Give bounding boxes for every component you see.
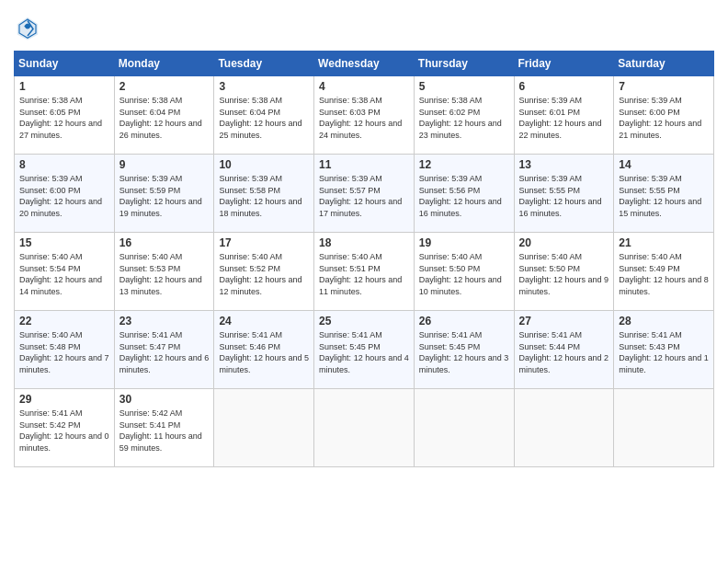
calendar-cell: [614, 389, 714, 467]
day-number: 12: [419, 158, 509, 171]
day-number: 5: [419, 80, 509, 93]
calendar-cell: 8 Sunrise: 5:39 AMSunset: 6:00 PMDayligh…: [15, 155, 115, 233]
day-number: 6: [519, 80, 609, 93]
calendar-cell: 23 Sunrise: 5:41 AMSunset: 5:47 PMDaylig…: [114, 311, 214, 389]
calendar-cell: 24 Sunrise: 5:41 AMSunset: 5:46 PMDaylig…: [214, 311, 314, 389]
calendar-cell: 26 Sunrise: 5:41 AMSunset: 5:45 PMDaylig…: [414, 311, 514, 389]
day-number: 27: [519, 315, 609, 327]
cell-info: Sunrise: 5:42 AMSunset: 5:41 PMDaylight:…: [119, 408, 202, 453]
day-number: 13: [519, 158, 609, 171]
calendar-table: SundayMondayTuesdayWednesdayThursdayFrid…: [14, 51, 714, 467]
logo: [14, 14, 47, 41]
calendar-week-row: 22 Sunrise: 5:40 AMSunset: 5:48 PMDaylig…: [15, 311, 714, 389]
day-number: 20: [519, 236, 609, 249]
cell-info: Sunrise: 5:39 AMSunset: 5:56 PMDaylight:…: [419, 174, 502, 218]
cell-info: Sunrise: 5:41 AMSunset: 5:45 PMDaylight:…: [319, 330, 409, 374]
calendar-cell: 20 Sunrise: 5:40 AMSunset: 5:50 PMDaylig…: [514, 233, 614, 311]
day-number: 15: [19, 236, 109, 249]
cell-info: Sunrise: 5:38 AMSunset: 6:05 PMDaylight:…: [19, 96, 102, 140]
day-number: 3: [219, 80, 309, 93]
calendar-cell: 14 Sunrise: 5:39 AMSunset: 5:55 PMDaylig…: [614, 155, 714, 233]
cell-info: Sunrise: 5:40 AMSunset: 5:50 PMDaylight:…: [419, 252, 502, 296]
header-cell-thursday: Thursday: [414, 52, 514, 76]
day-number: 1: [19, 80, 109, 93]
calendar-cell: 25 Sunrise: 5:41 AMSunset: 5:45 PMDaylig…: [314, 311, 415, 389]
calendar-cell: 5 Sunrise: 5:38 AMSunset: 6:02 PMDayligh…: [414, 76, 514, 155]
cell-info: Sunrise: 5:40 AMSunset: 5:51 PMDaylight:…: [319, 252, 402, 296]
calendar-cell: [414, 389, 514, 467]
cell-info: Sunrise: 5:38 AMSunset: 6:03 PMDaylight:…: [319, 96, 402, 140]
day-number: 14: [619, 158, 709, 171]
day-number: 19: [419, 236, 509, 249]
header-row: SundayMondayTuesdayWednesdayThursdayFrid…: [15, 52, 714, 76]
day-number: 26: [419, 315, 509, 327]
cell-info: Sunrise: 5:40 AMSunset: 5:50 PMDaylight:…: [519, 252, 609, 296]
calendar-cell: 16 Sunrise: 5:40 AMSunset: 5:53 PMDaylig…: [114, 233, 214, 311]
cell-info: Sunrise: 5:38 AMSunset: 6:04 PMDaylight:…: [219, 96, 301, 140]
cell-info: Sunrise: 5:40 AMSunset: 5:53 PMDaylight:…: [119, 252, 202, 296]
calendar-cell: 12 Sunrise: 5:39 AMSunset: 5:56 PMDaylig…: [414, 155, 514, 233]
cell-info: Sunrise: 5:39 AMSunset: 5:57 PMDaylight:…: [319, 174, 402, 218]
day-number: 25: [319, 315, 409, 327]
calendar-cell: [514, 389, 614, 467]
cell-info: Sunrise: 5:39 AMSunset: 6:00 PMDaylight:…: [19, 174, 102, 218]
cell-info: Sunrise: 5:39 AMSunset: 5:55 PMDaylight:…: [519, 174, 602, 218]
day-number: 29: [19, 393, 109, 406]
header-cell-tuesday: Tuesday: [214, 52, 314, 76]
logo-icon: [14, 14, 41, 41]
calendar-cell: 3 Sunrise: 5:38 AMSunset: 6:04 PMDayligh…: [214, 76, 314, 155]
day-number: 4: [319, 80, 409, 93]
day-number: 11: [319, 158, 409, 171]
calendar-week-row: 1 Sunrise: 5:38 AMSunset: 6:05 PMDayligh…: [15, 76, 714, 155]
calendar-cell: 29 Sunrise: 5:41 AMSunset: 5:42 PMDaylig…: [15, 389, 115, 467]
calendar-body: 1 Sunrise: 5:38 AMSunset: 6:05 PMDayligh…: [15, 76, 714, 467]
cell-info: Sunrise: 5:39 AMSunset: 5:58 PMDaylight:…: [219, 174, 301, 218]
header-cell-sunday: Sunday: [15, 52, 115, 76]
cell-info: Sunrise: 5:41 AMSunset: 5:46 PMDaylight:…: [219, 330, 309, 374]
day-number: 10: [219, 158, 309, 171]
day-number: 21: [619, 236, 709, 249]
day-number: 30: [119, 393, 210, 406]
header-cell-wednesday: Wednesday: [314, 52, 415, 76]
calendar-cell: 2 Sunrise: 5:38 AMSunset: 6:04 PMDayligh…: [114, 76, 214, 155]
page-header: [14, 14, 714, 41]
day-number: 22: [19, 315, 109, 327]
cell-info: Sunrise: 5:41 AMSunset: 5:44 PMDaylight:…: [519, 330, 609, 374]
cell-info: Sunrise: 5:41 AMSunset: 5:45 PMDaylight:…: [419, 330, 509, 374]
day-number: 8: [19, 158, 109, 171]
calendar-week-row: 8 Sunrise: 5:39 AMSunset: 6:00 PMDayligh…: [15, 155, 714, 233]
cell-info: Sunrise: 5:40 AMSunset: 5:52 PMDaylight:…: [219, 252, 301, 296]
calendar-cell: 27 Sunrise: 5:41 AMSunset: 5:44 PMDaylig…: [514, 311, 614, 389]
cell-info: Sunrise: 5:39 AMSunset: 6:01 PMDaylight:…: [519, 96, 602, 140]
day-number: 28: [619, 315, 709, 327]
day-number: 17: [219, 236, 309, 249]
calendar-cell: 28 Sunrise: 5:41 AMSunset: 5:43 PMDaylig…: [614, 311, 714, 389]
calendar-cell: 4 Sunrise: 5:38 AMSunset: 6:03 PMDayligh…: [314, 76, 415, 155]
calendar-cell: 6 Sunrise: 5:39 AMSunset: 6:01 PMDayligh…: [514, 76, 614, 155]
calendar-week-row: 29 Sunrise: 5:41 AMSunset: 5:42 PMDaylig…: [15, 389, 714, 467]
header-cell-friday: Friday: [514, 52, 614, 76]
calendar-header: SundayMondayTuesdayWednesdayThursdayFrid…: [15, 52, 714, 76]
cell-info: Sunrise: 5:40 AMSunset: 5:54 PMDaylight:…: [19, 252, 102, 296]
calendar-cell: 9 Sunrise: 5:39 AMSunset: 5:59 PMDayligh…: [114, 155, 214, 233]
day-number: 24: [219, 315, 309, 327]
calendar-cell: 11 Sunrise: 5:39 AMSunset: 5:57 PMDaylig…: [314, 155, 415, 233]
header-cell-monday: Monday: [114, 52, 214, 76]
calendar-cell: 15 Sunrise: 5:40 AMSunset: 5:54 PMDaylig…: [15, 233, 115, 311]
cell-info: Sunrise: 5:40 AMSunset: 5:48 PMDaylight:…: [19, 330, 109, 374]
calendar-cell: 10 Sunrise: 5:39 AMSunset: 5:58 PMDaylig…: [214, 155, 314, 233]
cell-info: Sunrise: 5:41 AMSunset: 5:47 PMDaylight:…: [119, 330, 210, 374]
calendar-cell: 13 Sunrise: 5:39 AMSunset: 5:55 PMDaylig…: [514, 155, 614, 233]
day-number: 18: [319, 236, 409, 249]
day-number: 16: [119, 236, 210, 249]
day-number: 7: [619, 80, 709, 93]
header-cell-saturday: Saturday: [614, 52, 714, 76]
day-number: 23: [119, 315, 210, 327]
calendar-week-row: 15 Sunrise: 5:40 AMSunset: 5:54 PMDaylig…: [15, 233, 714, 311]
cell-info: Sunrise: 5:40 AMSunset: 5:49 PMDaylight:…: [619, 252, 709, 296]
calendar-cell: 7 Sunrise: 5:39 AMSunset: 6:00 PMDayligh…: [614, 76, 714, 155]
calendar-cell: [214, 389, 314, 467]
cell-info: Sunrise: 5:39 AMSunset: 6:00 PMDaylight:…: [619, 96, 701, 140]
cell-info: Sunrise: 5:39 AMSunset: 5:59 PMDaylight:…: [119, 174, 202, 218]
calendar-cell: 17 Sunrise: 5:40 AMSunset: 5:52 PMDaylig…: [214, 233, 314, 311]
